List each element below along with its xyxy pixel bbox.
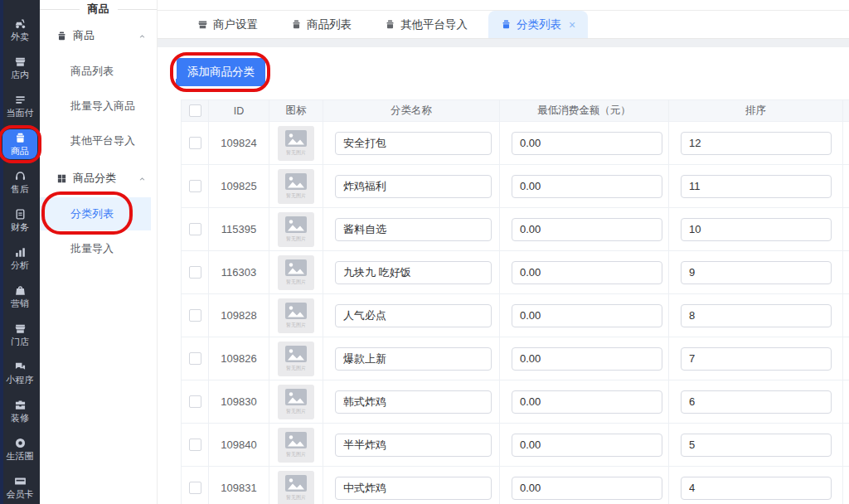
- submenu-group-goods[interactable]: 商品: [40, 17, 157, 53]
- goods-icon: [291, 19, 302, 30]
- tab-3[interactable]: 分类列表×: [488, 11, 588, 38]
- primary-sidebar: 外卖店内当面付商品售后财务分析营销门店小程序装修生活圈会员卡: [0, 0, 40, 504]
- tab-2[interactable]: 其他平台导入: [372, 11, 480, 38]
- submenu-item-0-2[interactable]: 其他平台导入: [40, 124, 157, 158]
- sort-input[interactable]: [681, 477, 832, 500]
- category-image-placeholder[interactable]: 暂无图片: [278, 169, 314, 204]
- rail-item-instore[interactable]: 店内: [2, 53, 37, 83]
- sort-input[interactable]: [681, 347, 832, 371]
- add-category-button[interactable]: 添加商品分类: [177, 58, 265, 86]
- rail-item-stores[interactable]: 门店: [2, 320, 37, 350]
- row-checkbox[interactable]: [189, 180, 201, 192]
- table-row: 109826暂无图片: [181, 337, 849, 380]
- category-table: ID 图标 分类名称 最低消费金额（元） 排序 109824暂无图片109825…: [181, 99, 849, 504]
- submenu-item-0-1[interactable]: 批量导入商品: [40, 90, 157, 123]
- rail-item-label: 售后: [11, 184, 29, 195]
- submenu-item-1-0[interactable]: 分类列表: [40, 197, 151, 230]
- category-image-placeholder[interactable]: 暂无图片: [278, 385, 314, 419]
- image-icon: [285, 475, 307, 492]
- aftersale-icon: [14, 170, 27, 182]
- category-image-placeholder[interactable]: 暂无图片: [278, 298, 314, 333]
- select-all-checkbox[interactable]: [189, 104, 201, 117]
- cell-select: [181, 467, 209, 504]
- category-name-input[interactable]: [335, 477, 492, 500]
- row-checkbox[interactable]: [189, 395, 201, 408]
- category-image-placeholder[interactable]: 暂无图片: [278, 342, 314, 376]
- category-image-placeholder[interactable]: 暂无图片: [278, 212, 314, 247]
- rail-item-marketing[interactable]: 营销: [2, 282, 37, 312]
- sort-input[interactable]: [681, 132, 832, 155]
- min-amount-input[interactable]: [512, 261, 662, 284]
- category-name-input[interactable]: [335, 261, 492, 284]
- rail-item-facepay[interactable]: 当面付: [2, 91, 37, 121]
- cell-icon: 暂无图片: [269, 165, 323, 208]
- tab-0[interactable]: 商户设置: [185, 11, 270, 38]
- cell-icon: 暂无图片: [269, 122, 323, 165]
- row-checkbox[interactable]: [189, 223, 201, 235]
- rail-item-takeout[interactable]: 外卖: [2, 15, 37, 45]
- min-amount-input[interactable]: [512, 434, 662, 457]
- rail-item-miniapp[interactable]: 小程序: [2, 358, 37, 388]
- cell-name: [323, 380, 500, 424]
- category-image-placeholder[interactable]: 暂无图片: [278, 255, 314, 290]
- rail-item-decorate[interactable]: 装修: [2, 396, 37, 426]
- category-name-input[interactable]: [335, 132, 492, 155]
- cell-min-amount: [500, 424, 669, 467]
- category-name-input[interactable]: [335, 218, 492, 241]
- sort-input[interactable]: [681, 434, 832, 457]
- table-row: 109840暂无图片: [181, 424, 849, 467]
- sort-input[interactable]: [681, 175, 832, 198]
- sort-input[interactable]: [681, 218, 832, 241]
- rail-item-analytics[interactable]: 分析: [2, 244, 37, 274]
- sort-input[interactable]: [681, 390, 832, 414]
- cell-icon: 暂无图片: [269, 424, 323, 467]
- row-checkbox[interactable]: [189, 439, 201, 451]
- row-checkbox[interactable]: [189, 266, 201, 279]
- cell-id: 109828: [209, 294, 269, 337]
- rail-item-label: 生活圈: [7, 451, 34, 462]
- category-name-input[interactable]: [335, 304, 492, 327]
- category-name-input[interactable]: [335, 434, 492, 457]
- min-amount-input[interactable]: [512, 347, 662, 371]
- tab-1[interactable]: 商品列表: [279, 11, 364, 38]
- submenu-item-1-1[interactable]: 批量导入: [40, 232, 157, 265]
- sort-input[interactable]: [681, 304, 832, 327]
- rail-item-life[interactable]: 生活圈: [2, 434, 37, 464]
- min-amount-input[interactable]: [512, 218, 662, 241]
- image-icon: [285, 173, 307, 190]
- row-checkbox[interactable]: [189, 309, 201, 322]
- min-amount-input[interactable]: [512, 304, 662, 327]
- rail-item-label: 当面付: [7, 108, 34, 119]
- tabbar-gap-strip: [158, 39, 849, 47]
- category-image-placeholder[interactable]: 暂无图片: [278, 126, 314, 161]
- admin-app: 外卖店内当面付商品售后财务分析营销门店小程序装修生活圈会员卡 商品 商品商品列表…: [0, 0, 849, 504]
- min-amount-input[interactable]: [512, 477, 662, 500]
- rail-item-aftersale[interactable]: 售后: [2, 167, 37, 197]
- cell-sort: [669, 467, 843, 504]
- submenu-group-category[interactable]: 商品分类: [40, 159, 157, 196]
- row-checkbox[interactable]: [189, 137, 201, 149]
- table-header-select: [181, 99, 209, 122]
- min-amount-input[interactable]: [512, 390, 662, 414]
- cell-id: 109830: [209, 380, 269, 424]
- sort-input[interactable]: [681, 261, 832, 284]
- category-name-input[interactable]: [335, 175, 492, 198]
- category-image-placeholder[interactable]: 暂无图片: [278, 428, 314, 463]
- row-checkbox[interactable]: [189, 352, 201, 365]
- category-image-placeholder[interactable]: 暂无图片: [278, 471, 314, 504]
- min-amount-input[interactable]: [512, 132, 662, 155]
- close-icon[interactable]: ×: [569, 19, 575, 31]
- facepay-icon: [14, 94, 27, 106]
- cell-sort: [669, 251, 843, 294]
- category-name-input[interactable]: [335, 390, 492, 414]
- min-amount-input[interactable]: [512, 175, 662, 198]
- table-row: 109831暂无图片: [181, 467, 849, 504]
- rail-item-finance[interactable]: 财务: [2, 206, 37, 235]
- submenu-item-0-0[interactable]: 商品列表: [40, 55, 157, 88]
- rail-item-membercard[interactable]: 会员卡: [2, 472, 37, 502]
- cell-id: 109826: [209, 337, 269, 380]
- cell-sort: [669, 165, 843, 208]
- row-checkbox[interactable]: [189, 482, 201, 494]
- category-name-input[interactable]: [335, 347, 492, 371]
- rail-item-goods[interactable]: 商品: [2, 129, 37, 159]
